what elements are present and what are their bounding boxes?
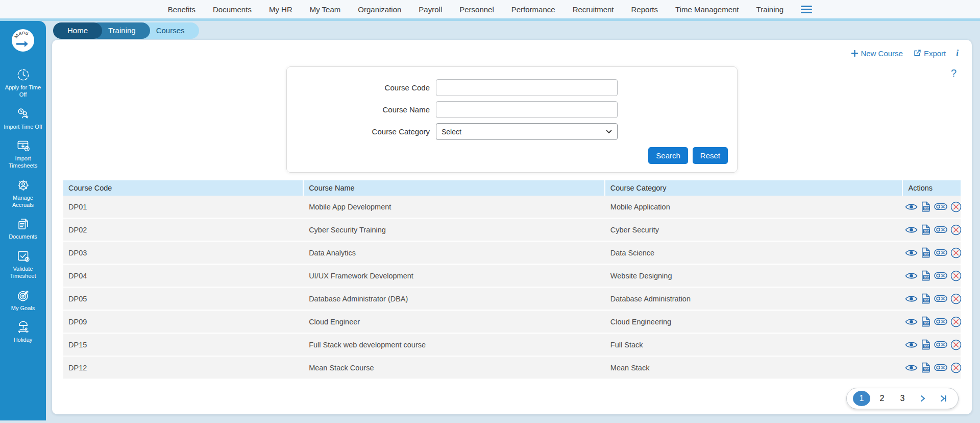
cell-actions (903, 357, 965, 379)
delete-circle-x-icon[interactable] (950, 293, 962, 304)
delete-circle-x-icon[interactable] (950, 270, 962, 281)
sidebar-item-my-goals[interactable]: My Goals (2, 289, 44, 312)
new-course-label: New Course (861, 49, 903, 58)
deactivate-toggle-icon[interactable] (934, 295, 947, 302)
next-page-button[interactable] (914, 391, 932, 406)
course-code-input[interactable] (436, 79, 618, 96)
page-button-3[interactable]: 3 (894, 391, 911, 406)
course-category-select[interactable]: Select (436, 123, 618, 140)
sidebar-item-import-time-off[interactable]: Import Time Off (2, 107, 44, 131)
new-course-button[interactable]: New Course (851, 49, 903, 58)
pagination: 1 2 3 (846, 388, 959, 409)
cell-course-code: DP15 (63, 334, 304, 356)
log-document-icon[interactable] (921, 224, 931, 235)
reset-button[interactable]: Reset (693, 147, 728, 164)
sidebar-item-label: Validate Timesheet (2, 266, 44, 280)
delete-circle-x-icon[interactable] (950, 316, 962, 327)
help-icon[interactable]: ? (951, 67, 957, 79)
sidebar-menu-button[interactable]: Menu (11, 28, 35, 53)
hamburger-icon[interactable] (801, 6, 812, 13)
log-document-icon[interactable] (921, 316, 931, 327)
table-row: DP15 Full Stack web development course F… (63, 334, 961, 357)
column-course-code: Course Code (63, 180, 304, 196)
deactivate-toggle-icon[interactable] (934, 249, 947, 256)
log-document-icon[interactable] (921, 201, 931, 212)
table-header: Course Code Course Name Course Category … (63, 180, 961, 196)
sidebar-item-manage-accruals[interactable]: Manage Accruals (2, 178, 44, 209)
sidebar-item-validate-timesheet[interactable]: Validate Timesheet (2, 249, 44, 280)
page-button-1[interactable]: 1 (853, 391, 870, 406)
nav-item-benefits[interactable]: Benefits (168, 5, 195, 14)
nav-item-documents[interactable]: Documents (213, 5, 252, 14)
column-actions: Actions (903, 180, 961, 196)
export-button[interactable]: Export (913, 49, 946, 58)
nav-item-my-team[interactable]: My Team (310, 5, 341, 14)
page-button-2[interactable]: 2 (873, 391, 891, 406)
nav-item-recruitment[interactable]: Recruitment (573, 5, 614, 14)
tab-home[interactable]: Home (53, 22, 102, 39)
column-course-name: Course Name (304, 180, 605, 196)
dashed-clock-icon (16, 68, 30, 82)
course-code-row: Course Code (287, 79, 728, 96)
info-icon[interactable]: i (956, 48, 959, 58)
course-name-input[interactable] (436, 101, 618, 118)
view-eye-icon[interactable] (905, 249, 918, 257)
cell-course-code: DP01 (63, 196, 304, 218)
chevron-right-bar-icon (940, 395, 947, 402)
nav-item-performance[interactable]: Performance (511, 5, 555, 14)
view-eye-icon[interactable] (905, 203, 918, 211)
search-button[interactable]: Search (648, 147, 688, 164)
top-nav: Benefits Documents My HR My Team Organiz… (0, 0, 980, 21)
last-page-button[interactable] (935, 391, 952, 406)
table-row: DP01 Mobile App Development Mobile Appli… (63, 196, 961, 219)
view-eye-icon[interactable] (905, 226, 918, 234)
deactivate-toggle-icon[interactable] (934, 226, 947, 233)
table-row: DP12 Mean Stack Course Mean Stack (63, 357, 961, 380)
sidebar-item-documents[interactable]: Documents (2, 217, 44, 241)
nav-item-reports[interactable]: Reports (631, 5, 658, 14)
view-eye-icon[interactable] (905, 341, 918, 349)
cell-course-category: Database Administration (605, 288, 903, 310)
log-document-icon[interactable] (921, 293, 931, 304)
nav-item-training[interactable]: Training (756, 5, 784, 14)
cell-actions (903, 219, 965, 241)
cell-course-category: Cyber Security (605, 219, 903, 241)
nav-item-time-management[interactable]: Time Management (675, 5, 739, 14)
cell-course-category: Data Science (605, 242, 903, 264)
log-document-icon[interactable] (921, 270, 931, 281)
form-buttons: Search Reset (287, 147, 728, 164)
view-eye-icon[interactable] (905, 295, 918, 303)
view-eye-icon[interactable] (905, 272, 918, 280)
delete-circle-x-icon[interactable] (950, 201, 962, 213)
cell-course-name: Cloud Engineer (304, 311, 605, 333)
delete-circle-x-icon[interactable] (950, 247, 962, 258)
sidebar-item-apply-time-off[interactable]: Apply for Time Off (2, 68, 44, 99)
nav-item-personnel[interactable]: Personnel (459, 5, 494, 14)
cell-course-category: Website Designing (605, 265, 903, 287)
courses-table: Course Code Course Name Course Category … (63, 180, 961, 380)
nav-item-organization[interactable]: Organization (358, 5, 401, 14)
sidebar-item-import-timesheets[interactable]: Import Timesheets (2, 139, 44, 170)
deactivate-toggle-icon[interactable] (934, 318, 947, 325)
view-eye-icon[interactable] (905, 364, 918, 372)
sidebar-item-holiday[interactable]: Holiday (2, 320, 44, 344)
log-document-icon[interactable] (921, 339, 931, 350)
deactivate-toggle-icon[interactable] (934, 341, 947, 348)
deactivate-toggle-icon[interactable] (934, 272, 947, 279)
nav-item-my-hr[interactable]: My HR (269, 5, 292, 14)
toolbar: New Course Export i (851, 48, 959, 58)
delete-circle-x-icon[interactable] (950, 339, 962, 350)
delete-circle-x-icon[interactable] (950, 224, 962, 236)
delete-circle-x-icon[interactable] (950, 362, 962, 373)
view-eye-icon[interactable] (905, 318, 918, 326)
sidebar-item-label: Documents (9, 233, 37, 241)
nav-item-payroll[interactable]: Payroll (419, 5, 442, 14)
deactivate-toggle-icon[interactable] (934, 203, 947, 210)
sidebar: Menu Apply for Time Off Import Time Off (0, 21, 46, 420)
gear-person-icon (16, 178, 30, 192)
cell-course-name: Mean Stack Course (304, 357, 605, 379)
deactivate-toggle-icon[interactable] (934, 364, 947, 371)
log-document-icon[interactable] (921, 247, 931, 258)
chevron-right-icon (920, 395, 925, 402)
log-document-icon[interactable] (921, 362, 931, 373)
